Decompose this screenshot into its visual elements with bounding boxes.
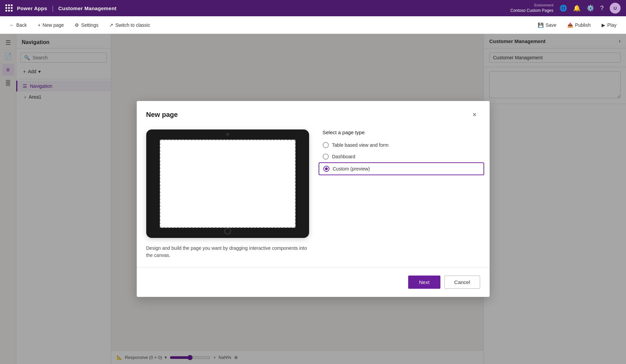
page-type-heading: Select a page type	[323, 129, 480, 135]
radio-dot-custom	[325, 167, 328, 170]
next-button[interactable]: Next	[408, 276, 440, 289]
modal-footer: Next Cancel	[137, 267, 490, 297]
switch-label: Switch to classic	[115, 22, 150, 28]
toolbar-right: 💾 Save 📤 Publish ▶ Play	[534, 20, 621, 30]
environment-name: Contoso Custom Pages	[510, 8, 553, 13]
radio-circle-custom	[323, 166, 329, 172]
modal-left-panel: Design and build the page you want by dr…	[146, 129, 309, 259]
modal-close-button[interactable]: ×	[469, 109, 480, 120]
publish-icon: 📤	[567, 22, 573, 28]
settings-button[interactable]: ⚙ Settings	[71, 20, 102, 30]
back-button[interactable]: ← Back	[5, 20, 31, 30]
switch-icon: ↗	[109, 22, 113, 28]
radio-circle-table	[323, 142, 329, 148]
environment-icon[interactable]: 🌐	[559, 4, 567, 12]
save-label: Save	[546, 22, 556, 28]
tablet-home-button	[224, 228, 231, 235]
app-grid-icon[interactable]	[5, 4, 13, 12]
notifications-icon[interactable]: 🔔	[573, 4, 581, 12]
tablet-screen	[160, 140, 296, 228]
title-separator: |	[52, 5, 54, 12]
play-label: Play	[607, 22, 616, 28]
back-label: Back	[16, 22, 27, 28]
top-bar: Power Apps | Customer Management Environ…	[0, 0, 626, 16]
switch-classic-button[interactable]: ↗ Switch to classic	[105, 20, 154, 30]
secondary-toolbar: ← Back + New page ⚙ Settings ↗ Switch to…	[0, 16, 626, 34]
settings-icon[interactable]: ⚙️	[587, 4, 594, 12]
save-button[interactable]: 💾 Save	[534, 20, 561, 30]
user-avatar[interactable]: U	[610, 3, 621, 14]
radio-label-dashboard: Dashboard	[332, 154, 356, 159]
radio-label-table: Table based view and form	[332, 142, 389, 148]
main-area: ☰ 📄 ≡ 🗄 Navigation 🔍 + Add ▾ ☰ Navigatio…	[0, 34, 626, 364]
save-icon: 💾	[538, 22, 544, 28]
new-page-label: New page	[42, 22, 64, 28]
tablet-preview	[146, 129, 309, 238]
new-page-button[interactable]: + New page	[34, 20, 68, 30]
radio-item-table[interactable]: Table based view and form	[323, 142, 480, 148]
top-bar-right: Environment Contoso Custom Pages 🌐 🔔 ⚙️ …	[510, 3, 621, 14]
radio-group: Table based view and form Dashboard Cust…	[323, 142, 480, 173]
environment-info[interactable]: Environment Contoso Custom Pages	[510, 3, 553, 13]
settings-toolbar-icon: ⚙	[75, 22, 79, 28]
cancel-button[interactable]: Cancel	[444, 276, 480, 289]
modal-description: Design and build the page you want by dr…	[146, 245, 309, 259]
help-icon[interactable]: ?	[600, 5, 604, 12]
radio-item-dashboard[interactable]: Dashboard	[323, 154, 480, 160]
play-icon: ▶	[602, 22, 605, 28]
publish-label: Publish	[575, 22, 591, 28]
environment-label: Environment	[510, 3, 553, 7]
modal-right-panel: Select a page type Table based view and …	[323, 129, 480, 259]
modal-body: Design and build the page you want by dr…	[137, 120, 490, 259]
modal-overlay: New page × Design and build the page you…	[0, 34, 626, 364]
settings-label: Settings	[81, 22, 98, 28]
modal-dialog: New page × Design and build the page you…	[137, 101, 490, 297]
app-title: Power Apps	[17, 5, 47, 11]
play-button[interactable]: ▶ Play	[597, 20, 621, 30]
radio-circle-dashboard	[323, 154, 329, 160]
modal-header: New page ×	[137, 101, 490, 120]
back-icon: ←	[10, 22, 14, 28]
tablet-camera	[226, 133, 229, 136]
plus-icon: +	[38, 22, 40, 28]
publish-button[interactable]: 📤 Publish	[563, 20, 595, 30]
radio-item-custom[interactable]: Custom (preview)	[319, 162, 484, 175]
project-title: Customer Management	[58, 5, 117, 11]
radio-label-custom: Custom (preview)	[333, 166, 370, 171]
modal-title: New page	[146, 111, 178, 119]
